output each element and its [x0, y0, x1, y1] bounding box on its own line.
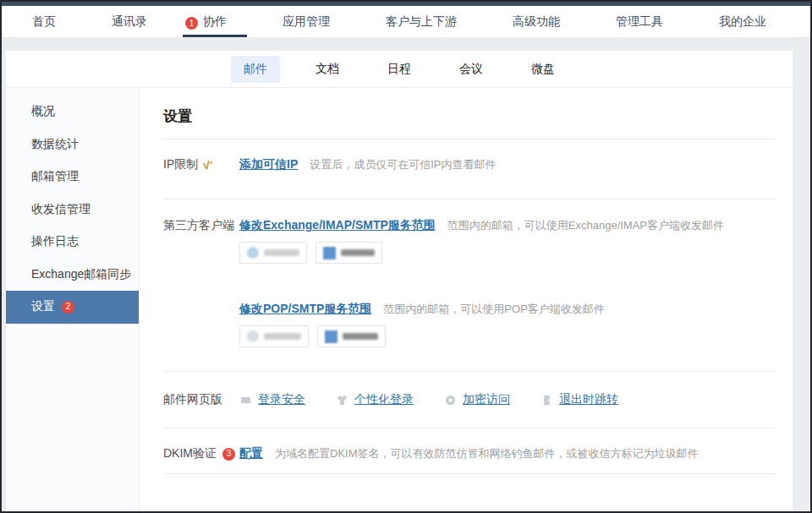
encrypted-access-item[interactable]: 加密访问	[444, 392, 510, 407]
tab-meeting[interactable]: 会议	[447, 56, 496, 83]
brush-icon	[336, 394, 348, 407]
premium-sparkle-icon	[201, 159, 214, 172]
top-navigation: 首页 通讯录 1 协作 应用管理 客户与上下游 高级功能 管理工具 我的企业	[2, 6, 810, 37]
ip-restriction-body: 添加可信IP 设置后，成员仅可在可信IP内查看邮件	[239, 157, 776, 172]
main-panel: 邮件 文档 日程 会议 微盘 概况 数据统计 邮箱管理 收发信管理 操作日志 E…	[6, 51, 793, 511]
blurred-text	[341, 249, 375, 256]
admin-console-window: 首页 通讯录 1 协作 应用管理 客户与上下游 高级功能 管理工具 我的企业 邮…	[0, 0, 812, 513]
dkim-body: 配置 为域名配置DKIM签名，可以有效防范仿冒和网络钓鱼邮件，或被收信方标记为垃…	[239, 446, 776, 461]
background-gap	[2, 37, 810, 51]
webmail-row: 邮件网页版 登录安全 个性化登录	[163, 392, 776, 407]
sidebar-item-operation-log[interactable]: 操作日志	[6, 226, 139, 259]
nav-item-advanced-features[interactable]: 高级功能	[513, 6, 560, 37]
label-text: IP限制	[163, 157, 198, 172]
label-text: DKIM验证	[163, 446, 217, 461]
exchange-desc: 范围内的邮箱，可以使用Exchange/IMAP客户端收发邮件	[447, 218, 724, 233]
ip-restriction-desc: 设置后，成员仅可在可信IP内查看邮件	[310, 157, 496, 172]
exchange-client-chips	[239, 242, 776, 264]
add-trusted-ip-link[interactable]: 添加可信IP	[239, 157, 298, 172]
tab-drive[interactable]: 微盘	[518, 56, 568, 83]
webmail-feature-list: 登录安全 个性化登录 加密访问	[239, 392, 776, 407]
tab-mail[interactable]: 邮件	[231, 56, 280, 83]
client-chip-blurred[interactable]	[239, 242, 307, 264]
third-party-body: 修改Exchange/IMAP/SMTP服务范围 范围内的邮箱，可以使用Exch…	[239, 218, 776, 347]
panel-body: 概况 数据统计 邮箱管理 收发信管理 操作日志 Exchange邮箱同步 设置 …	[6, 88, 793, 511]
blurred-text	[343, 333, 378, 340]
blurred-app-icon	[325, 330, 337, 343]
nav-item-app-management[interactable]: 应用管理	[283, 6, 330, 37]
mail-settings-sidebar: 概况 数据统计 邮箱管理 收发信管理 操作日志 Exchange邮箱同步 设置 …	[6, 88, 140, 511]
collaboration-subnav: 邮件 文档 日程 会议 微盘	[6, 51, 793, 88]
divider	[163, 371, 776, 372]
lock-circle-icon	[444, 394, 457, 407]
divider	[163, 473, 776, 474]
webmail-label: 邮件网页版	[163, 392, 239, 407]
step-badge-2: 2	[62, 301, 74, 314]
personalized-login-item[interactable]: 个性化登录	[336, 392, 414, 407]
blurred-app-icon	[323, 247, 336, 259]
tab-calendar[interactable]: 日程	[375, 56, 424, 83]
nav-item-customers[interactable]: 客户与上下游	[386, 6, 457, 37]
login-security-link[interactable]: 登录安全	[258, 392, 305, 407]
sidebar-item-statistics[interactable]: 数据统计	[6, 128, 139, 161]
blurred-app-icon	[247, 330, 259, 342]
third-party-client-row: 第三方客户端 修改Exchange/IMAP/SMTP服务范围 范围内的邮箱，可…	[163, 218, 776, 347]
divider	[163, 199, 776, 199]
modify-pop-smtp-link[interactable]: 修改POP/SMTP服务范围	[239, 302, 371, 317]
blurred-text	[264, 333, 301, 340]
client-chip-blurred[interactable]	[239, 325, 309, 347]
modify-exchange-imap-smtp-link[interactable]: 修改Exchange/IMAP/SMTP服务范围	[239, 218, 436, 233]
client-chip-blurred[interactable]	[315, 242, 382, 264]
pop-client-chips	[239, 325, 776, 347]
nav-item-admin-tools[interactable]: 管理工具	[616, 6, 663, 37]
ip-restriction-label: IP限制	[163, 157, 239, 172]
divider	[163, 139, 776, 139]
dkim-configure-link[interactable]: 配置	[239, 446, 263, 461]
sidebar-item-exchange-sync[interactable]: Exchange邮箱同步	[6, 259, 139, 292]
pop-desc: 范围内的邮箱，可以使用POP客户端收发邮件	[383, 302, 604, 317]
settings-content: 设置 IP限制 添加可信IP 设置后，成员仅可在可信IP内查看邮件	[140, 88, 793, 511]
sidebar-item-send-receive[interactable]: 收发信管理	[6, 194, 139, 226]
third-party-label: 第三方客户端	[163, 218, 239, 233]
personalized-login-link[interactable]: 个性化登录	[354, 392, 414, 407]
dkim-label: DKIM验证 3	[163, 446, 239, 461]
sidebar-item-settings[interactable]: 设置 2	[6, 291, 139, 324]
encrypted-access-link[interactable]: 加密访问	[463, 392, 510, 407]
sidebar-item-mailbox-management[interactable]: 邮箱管理	[6, 161, 139, 194]
nav-item-contacts[interactable]: 通讯录	[112, 6, 147, 37]
sidebar-item-overview[interactable]: 概况	[6, 96, 139, 128]
ip-restriction-row: IP限制 添加可信IP 设置后，成员仅可在可信IP内查看邮件	[163, 157, 776, 172]
nav-item-collaboration[interactable]: 1 协作	[203, 6, 227, 37]
shield-icon	[239, 394, 252, 407]
sidebar-item-label: 设置	[31, 299, 55, 314]
page-title: 设置	[163, 106, 776, 126]
divider	[163, 428, 776, 428]
login-security-item[interactable]: 登录安全	[239, 392, 305, 407]
blurred-app-icon	[247, 247, 259, 259]
logout-redirect-link[interactable]: 退出时跳转	[559, 392, 618, 407]
exit-door-icon	[540, 394, 553, 407]
logout-redirect-item[interactable]: 退出时跳转	[540, 392, 618, 407]
dkim-row: DKIM验证 3 配置 为域名配置DKIM签名，可以有效防范仿冒和网络钓鱼邮件，…	[163, 446, 776, 461]
client-chip-blurred[interactable]	[317, 325, 386, 347]
step-badge-3: 3	[222, 448, 235, 461]
nav-item-home[interactable]: 首页	[32, 6, 56, 37]
blurred-text	[264, 249, 299, 256]
nav-item-my-company[interactable]: 我的企业	[719, 6, 766, 37]
tab-docs[interactable]: 文档	[303, 56, 352, 83]
step-badge-1: 1	[185, 17, 198, 30]
nav-item-label: 协作	[203, 14, 227, 30]
dkim-desc: 为域名配置DKIM签名，可以有效防范仿冒和网络钓鱼邮件，或被收信方标记为垃圾邮件	[275, 446, 699, 461]
